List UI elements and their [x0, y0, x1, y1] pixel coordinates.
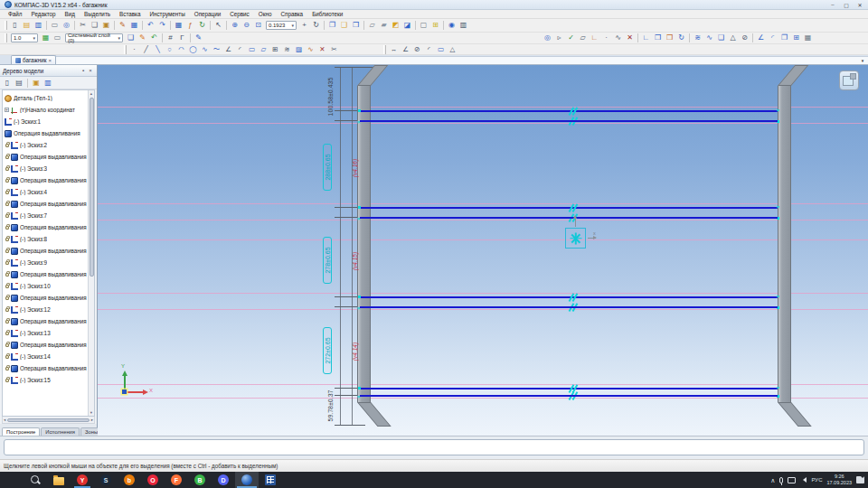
rib-icon[interactable]: △: [727, 33, 739, 43]
bezier-icon[interactable]: 〜: [211, 44, 222, 54]
crossbar-2[interactable]: × ×: [360, 207, 778, 219]
filter-faces-icon[interactable]: ◎: [542, 33, 553, 43]
chamfer-2d-icon[interactable]: ∠: [222, 44, 234, 54]
menu-item-operations[interactable]: Операции: [190, 10, 225, 19]
edit-sketch-icon[interactable]: ✎: [137, 33, 148, 43]
dimension-label-1[interactable]: 100.58±0.435: [326, 72, 335, 121]
continuous-input-icon[interactable]: ∿: [199, 44, 211, 54]
trim-icon[interactable]: ✂: [328, 44, 340, 54]
tree-row-sketch[interactable]: + (-) Эскиз:2: [5, 139, 87, 151]
tree-row-extrude[interactable]: + Операция выдавливания: [5, 151, 87, 163]
dimension-diameter-icon[interactable]: ⊘: [411, 44, 423, 54]
save-icon[interactable]: ▥: [33, 20, 44, 31]
tree-row-extrude[interactable]: + Операция выдавливания: [5, 292, 87, 304]
segment-icon[interactable]: ╲: [152, 44, 164, 54]
collect-contour-icon[interactable]: ⊞: [269, 44, 281, 54]
filter-edges-icon[interactable]: ▹: [553, 33, 565, 43]
tray-chevron-icon[interactable]: ∧: [770, 477, 775, 483]
tree-vertical-scrollbar[interactable]: ▴ ▾: [88, 90, 94, 416]
tree-horizontal-scrollbar[interactable]: ◂ ▸: [2, 417, 95, 424]
tree-row-extrude[interactable]: + Операция выдавливания: [5, 245, 87, 257]
sketch-new-icon[interactable]: ∟: [640, 33, 652, 43]
point-icon[interactable]: ·: [128, 44, 140, 54]
hole-icon[interactable]: ⊘: [739, 33, 750, 43]
dimension-label-3[interactable]: 278±0.65: [323, 237, 332, 284]
menu-item-view[interactable]: Вид: [61, 10, 80, 19]
maximize-button[interactable]: ▢: [840, 1, 853, 9]
zoom-scale-combo[interactable]: 0.1923 ▾: [266, 21, 297, 30]
tree-sections-icon[interactable]: ▣: [31, 78, 42, 88]
print-doc-icon[interactable]: ▭: [52, 33, 63, 43]
menu-item-file[interactable]: Файл: [4, 10, 26, 19]
dimension-label-4[interactable]: 272±0.65: [323, 327, 332, 374]
crossbar-4[interactable]: × ×: [360, 388, 778, 397]
cut-extrude-icon[interactable]: ❒: [664, 33, 675, 43]
toolbar-grip[interactable]: [124, 45, 127, 54]
dimension-radius-icon[interactable]: ◜: [423, 44, 435, 54]
extrude-icon[interactable]: ❒: [652, 33, 664, 43]
filter-vertices-icon[interactable]: ✓: [565, 33, 577, 43]
display-wireframe-icon[interactable]: ▱: [366, 20, 378, 31]
snap-grid-icon[interactable]: #: [165, 33, 176, 43]
dimension-linear-icon[interactable]: ↔: [388, 44, 400, 54]
roughness-icon[interactable]: △: [447, 44, 458, 54]
menu-item-window[interactable]: Окно: [254, 10, 277, 19]
mass-properties-icon[interactable]: ▦: [802, 33, 814, 43]
cut-icon[interactable]: ✂: [77, 20, 89, 31]
toolbar-grip[interactable]: [383, 45, 386, 54]
tree-row-extrude[interactable]: + Операция выдавливания: [5, 221, 87, 233]
model-canvas[interactable]: × × × × × ×: [98, 65, 868, 436]
rebuild-icon[interactable]: ↻: [196, 20, 208, 31]
properties-icon[interactable]: ▦: [128, 20, 140, 31]
new-icon[interactable]: ▯: [9, 20, 21, 31]
tree-row-extrude[interactable]: + Операция выдавливания: [5, 362, 87, 374]
menu-item-editor[interactable]: Редактор: [26, 10, 60, 19]
notification-icon[interactable]: [856, 476, 864, 483]
tree-filter-icon[interactable]: ▤: [14, 78, 24, 88]
toolbar-grip[interactable]: [5, 33, 7, 42]
scroll-up-icon[interactable]: ▴: [90, 91, 92, 96]
taskbar-opera[interactable]: O: [141, 472, 165, 488]
zoom-in-icon[interactable]: ⊕: [229, 20, 241, 31]
shell-icon[interactable]: ❏: [715, 33, 727, 43]
tree-row-extrude[interactable]: + Операция выдавливания: [5, 127, 87, 139]
menu-item-insert[interactable]: Вставка: [115, 10, 145, 19]
left-rail-bottom-cap[interactable]: [357, 402, 392, 427]
sweep-icon[interactable]: ∿: [703, 33, 715, 43]
tab-overflow-button[interactable]: ▾: [857, 56, 868, 64]
view-manager-icon[interactable]: ▦: [173, 20, 184, 31]
menu-item-libraries[interactable]: Библиотеки: [307, 10, 347, 19]
zoom-out-icon[interactable]: ⊖: [241, 20, 252, 31]
right-rail-top-cap[interactable]: [778, 65, 808, 86]
model-grid-icon[interactable]: ⊞: [429, 20, 441, 31]
filter-planes-icon[interactable]: ▱: [577, 33, 589, 43]
tree-row-sketch[interactable]: + (-) Эскиз:14: [5, 351, 87, 362]
layer-combo[interactable]: Системный слой (0) ▾: [65, 33, 123, 42]
hatch-icon[interactable]: ▨: [293, 44, 305, 54]
clock[interactable]: 9:26 17.09.2023: [826, 474, 852, 485]
document-tab-bagazhnik[interactable]: багажник ×: [11, 55, 56, 64]
line-style-icon[interactable]: ▦: [40, 33, 52, 43]
taskbar-yandex-browser[interactable]: Y: [71, 472, 94, 488]
print-icon[interactable]: ▭: [49, 20, 61, 31]
scene-settings-icon[interactable]: ◉: [446, 20, 458, 31]
tree-row-sketch[interactable]: + (-) Эскиз:3: [5, 163, 87, 174]
taskbar-explorer[interactable]: [47, 472, 71, 488]
undo-icon[interactable]: ↶: [145, 20, 156, 31]
menu-item-tools[interactable]: Инструменты: [145, 10, 189, 19]
speaker-icon[interactable]: [800, 477, 807, 483]
loft-icon[interactable]: ≋: [692, 33, 703, 43]
dimension-label-2[interactable]: 288±0.65: [323, 144, 332, 191]
taskbar-kompas-3d[interactable]: [235, 472, 259, 488]
tree-row-extrude[interactable]: + Операция выдавливания: [5, 339, 87, 351]
redo-icon[interactable]: ↷: [156, 20, 168, 31]
auxiliary-line-icon[interactable]: ╱: [140, 44, 152, 54]
return-icon[interactable]: ↶: [148, 33, 160, 43]
tree-row-sketch[interactable]: + (-) Эскиз:8: [5, 233, 87, 245]
taskbar-blender[interactable]: b: [118, 472, 141, 488]
tree-tab[interactable]: Исполнения: [41, 427, 80, 436]
scroll-left-icon[interactable]: ◂: [4, 418, 5, 422]
simplified-view-icon[interactable]: ▢: [418, 20, 429, 31]
pin-icon[interactable]: ▪: [80, 68, 87, 73]
tree-row-sketch[interactable]: + (-) Эскиз:10: [5, 280, 87, 292]
